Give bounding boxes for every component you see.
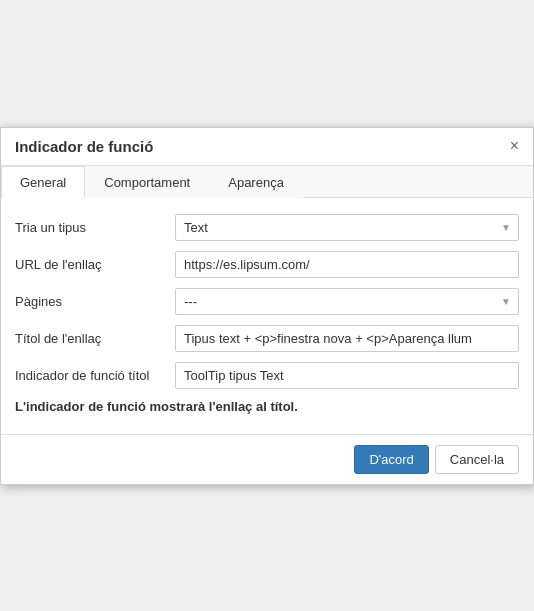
close-button[interactable]: × <box>510 138 519 154</box>
url-input[interactable] <box>175 251 519 278</box>
indicador-input-wrap <box>175 362 519 389</box>
url-input-wrap <box>175 251 519 278</box>
dialog-header: Indicador de funció × <box>1 128 533 166</box>
field-pagines: Pàgines --- ▼ <box>15 288 519 315</box>
tria-label: Tria un tipus <box>15 220 175 235</box>
dialog-body: Tria un tipus Text ▼ URL de l'enllaç Pàg… <box>1 198 533 434</box>
titol-input[interactable] <box>175 325 519 352</box>
field-titol: Títol de l'enllaç <box>15 325 519 352</box>
dialog-title: Indicador de funció <box>15 138 153 155</box>
titol-input-wrap <box>175 325 519 352</box>
url-label: URL de l'enllaç <box>15 257 175 272</box>
cancel-button[interactable]: Cancel·la <box>435 445 519 474</box>
field-tria: Tria un tipus Text ▼ <box>15 214 519 241</box>
titol-label: Títol de l'enllaç <box>15 331 175 346</box>
tria-select[interactable]: Text <box>175 214 519 241</box>
field-indicador: Indicador de funció títol <box>15 362 519 389</box>
tab-aparenca[interactable]: Aparença <box>209 166 303 198</box>
ok-button[interactable]: D'acord <box>354 445 428 474</box>
pagines-select[interactable]: --- <box>175 288 519 315</box>
dialog-footer: D'acord Cancel·la <box>1 434 533 484</box>
indicador-input[interactable] <box>175 362 519 389</box>
field-url: URL de l'enllaç <box>15 251 519 278</box>
indicador-label: Indicador de funció títol <box>15 368 175 383</box>
tria-select-wrapper: Text ▼ <box>175 214 519 241</box>
dialog: Indicador de funció × General Comportame… <box>0 127 534 485</box>
pagines-select-wrapper: --- ▼ <box>175 288 519 315</box>
tab-general[interactable]: General <box>1 166 85 198</box>
info-text: L'indicador de funció mostrarà l'enllaç … <box>15 399 519 414</box>
tabs-bar: General Comportament Aparença <box>1 166 533 198</box>
pagines-label: Pàgines <box>15 294 175 309</box>
tab-comportament[interactable]: Comportament <box>85 166 209 198</box>
